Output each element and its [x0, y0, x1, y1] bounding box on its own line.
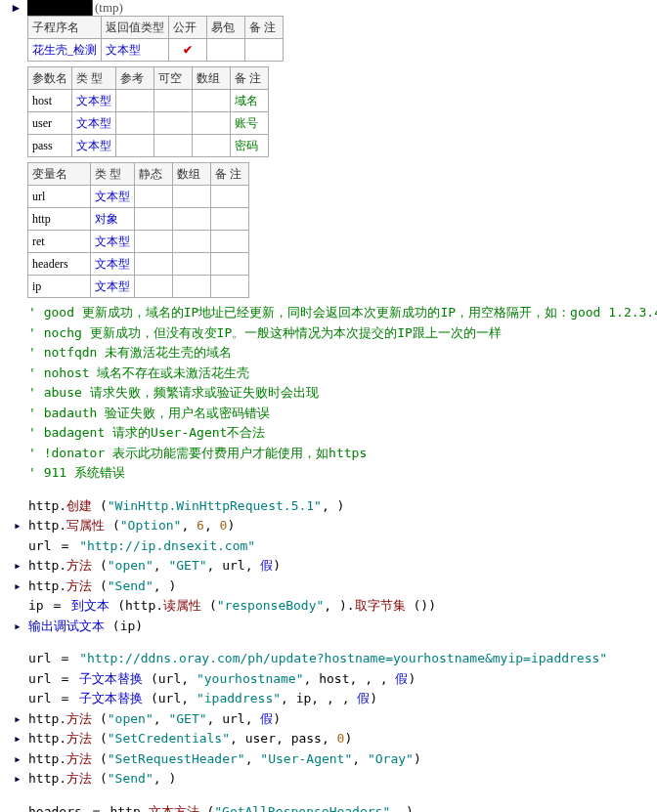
t1h2: 公开 — [169, 17, 207, 39]
code-line: url ＝ "http://ddns.oray.com/ph/update?ho… — [27, 649, 657, 668]
code-line: ▸ http.方法 ("SetCredentials", user, pass,… — [27, 729, 657, 748]
t1c0: 花生壳_检测 — [28, 39, 102, 62]
code-line: ▸ http.方法 ("SetRequestHeader", "User-Age… — [27, 749, 657, 769]
t2h1: 类 型 — [72, 67, 116, 90]
code-line: ▸ 输出调试文本 (ip) — [27, 617, 657, 636]
table-row: ret文本型 — [28, 231, 249, 253]
arrow-icon: ▸ — [14, 749, 23, 769]
table-row: headers文本型 — [28, 253, 249, 276]
vars-table: 变量名 类 型 静态 数组 备 注 url文本型 http对象 ret文本型 h… — [27, 162, 249, 298]
comment-line: ' abuse 请求失败，频繁请求或验证失败时会出现 — [27, 383, 657, 403]
arrow-icon: ▸ — [14, 577, 23, 596]
table-row: http对象 — [28, 208, 249, 231]
arrow-icon: ▸ — [14, 516, 23, 535]
comment-line: ' 911 系统错误 — [27, 463, 657, 483]
t1c2: ✔ — [169, 39, 207, 62]
subprogram-table: 子程序名 返回值类型 公开 易包 备 注 花生壳_检测 文本型 ✔ — [27, 16, 284, 62]
t2h3: 可空 — [154, 67, 193, 90]
code-line: ▸ http.方法 ("Send", ) — [27, 769, 657, 789]
check-icon: ✔ — [173, 41, 202, 59]
code-line: ▸ http.方法 ("Send", ) — [27, 577, 657, 596]
t2h2: 参考 — [116, 67, 154, 90]
code-line: ▸ http.写属性 ("Option", 6, 0) — [27, 516, 657, 535]
comment-line: ' badagent 请求的User-Agent不合法 — [27, 423, 657, 443]
t1h0: 子程序名 — [28, 17, 102, 39]
comment-line: ' !donator 表示此功能需要付费用户才能使用，如https — [27, 444, 657, 463]
table-row: ip文本型 — [28, 276, 249, 298]
comment-line: ' nochg 更新成功，但没有改变IP。一般这种情况为本次提交的IP跟上一次的… — [27, 323, 657, 343]
code-line: http.创建 ("WinHttp.WinHttpRequest.5.1", ) — [27, 496, 657, 516]
arrow-icon: ▸ — [14, 729, 23, 748]
code-line: url ＝ "http://ip.dnsexit.com" — [27, 536, 657, 556]
table-row: user文本型账号 — [28, 112, 269, 135]
code-line: headers ＝ http.文本方法 ("GetAllResponseHead… — [27, 802, 657, 813]
t2h4: 数组 — [193, 67, 231, 90]
comment-line: ' notfqdn 未有激活花生壳的域名 — [27, 343, 657, 363]
code-line: ▸ http.方法 ("open", "GET", url, 假) — [27, 709, 657, 729]
comment-line: ' badauth 验证失败，用户名或密码错误 — [27, 404, 657, 423]
arrow-icon: ▸ — [13, 0, 22, 18]
truncated-header: ▸ ████████ (tmp) — [27, 0, 657, 12]
t2h0: 参数名 — [28, 67, 72, 90]
comment-line: ' nohost 域名不存在或未激活花生壳 — [27, 363, 657, 383]
t1h3: 易包 — [207, 17, 245, 39]
table-row: url文本型 — [28, 186, 249, 208]
code-line: url ＝ 子文本替换 (url, "yourhostname", host, … — [27, 669, 657, 689]
params-table: 参数名 类 型 参考 可空 数组 备 注 host文本型域名 user文本型账号… — [27, 66, 269, 157]
t1c3 — [207, 39, 245, 62]
table-row: pass文本型密码 — [28, 135, 269, 157]
arrow-icon: ▸ — [14, 709, 23, 729]
t2h5: 备 注 — [231, 67, 269, 90]
comment-line: ' good 更新成功，域名的IP地址已经更新，同时会返回本次更新成功的IP，用… — [27, 303, 657, 322]
arrow-icon: ▸ — [14, 617, 23, 636]
t1c4 — [245, 39, 284, 62]
table-row: 花生壳_检测 文本型 ✔ — [28, 39, 284, 62]
code-line: ip ＝ 到文本 (http.读属性 ("responseBody", ).取字… — [27, 596, 657, 616]
code-line: ▸ http.方法 ("open", "GET", url, 假) — [27, 556, 657, 576]
t1h4: 备 注 — [245, 17, 284, 39]
t1h1: 返回值类型 — [102, 17, 169, 39]
arrow-icon: ▸ — [14, 769, 23, 789]
t1c1: 文本型 — [102, 39, 169, 62]
arrow-icon: ▸ — [14, 556, 23, 576]
code-line: url ＝ 子文本替换 (url, "ipaddress", ip, , , 假… — [27, 689, 657, 708]
table-row: host文本型域名 — [28, 90, 269, 112]
